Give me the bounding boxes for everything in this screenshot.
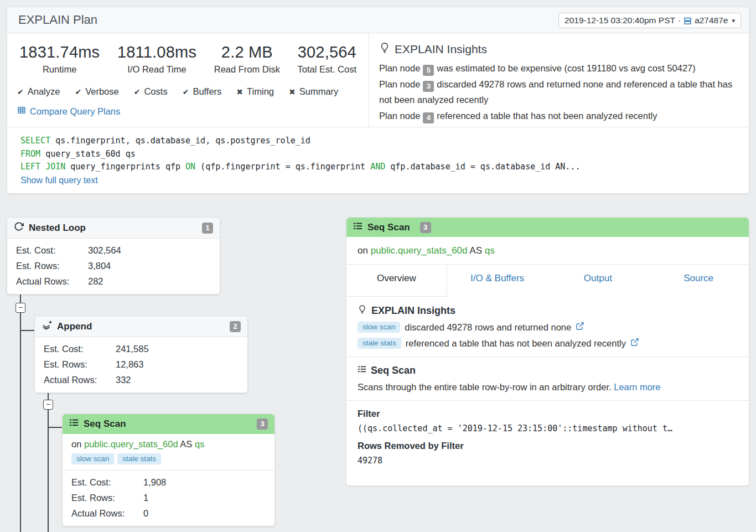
node-title: Append [57,321,92,332]
tree-connector [20,313,21,532]
stat-runtime: 1831.74ms Runtime [19,43,100,75]
sql-line: LEFT JOIN query_fingerprints qfp ON (qfp… [20,161,736,174]
stat-total-est-cost: 302,564 Total Est. Cost [298,43,356,75]
explain-insights-panel: EXPLAIN Insights Plan node5was estimated… [369,33,749,127]
tree-connector [48,410,49,532]
detail-tabs: Overview I/O & Buffers Output Source [346,265,749,297]
node-stat-row: Est. Rows:3,804 [16,258,211,273]
tab-io-buffers[interactable]: I/O & Buffers [447,265,548,292]
panel-insights-section: EXPLAIN Insights slow scan discarded 492… [346,297,749,357]
plan-node-badge[interactable]: 4 [423,112,434,123]
lightbulb-icon [358,304,367,317]
panel-insights-heading: EXPLAIN Insights [358,304,738,317]
detail-panel-header: Seq Scan 3 [346,218,749,237]
tab-output[interactable]: Output [548,265,649,292]
tab-overview[interactable]: Overview [346,265,447,297]
rows-removed-heading: Rows Removed by Filter [358,441,738,451]
node-header[interactable]: Seq Scan 3 [63,414,275,434]
panel-table-row: on public.query_stats_60d AS qs [346,237,749,265]
alias-link[interactable]: qs [195,439,204,449]
node-stat-row: Est. Rows:1 [71,490,266,505]
plan-node-append: Append 2 Est. Cost:241,585 Est. Rows:12,… [34,316,248,393]
node-description: Scans through the entire table row-by-ro… [358,382,738,392]
explain-plan-card: EXPLAIN Plan 2019-12-15 03:20:40pm PST ·… [7,7,749,194]
flag-summary: ✖Summary [289,86,338,97]
sql-line: FROM query_stats_60d qs [20,148,736,161]
node-stat-row: Actual Rows:332 [44,372,239,388]
node-number-badge: 3 [257,419,268,430]
lightbulb-icon [379,42,390,56]
node-stat-row: Actual Rows:0 [71,505,266,521]
flag-buffers: ✔Buffers [183,86,222,97]
insight-chips: slow scan stale stats [71,453,266,464]
learn-more-link[interactable]: Learn more [614,382,660,392]
insights-list: Plan node5was estimated to be expensive … [379,60,739,123]
panel-filter-section: Filter ((qs.collected_at = '2019-12-15 2… [346,401,749,473]
flag-verbose: ✔Verbose [75,86,118,97]
server-id: a27487e [695,16,728,25]
table-link[interactable]: public.query_stats_60d [84,439,178,449]
external-link-icon[interactable] [630,338,639,349]
node-stat-row: Est. Cost:302,564 [16,242,211,258]
sql-line: SELECT qs.fingerprint, qs.database_id, q… [20,135,736,148]
tree-connector [21,330,34,331]
check-icon: ✔ [134,87,141,96]
tab-source[interactable]: Source [648,265,749,292]
node-info-heading: Seq Scan [358,365,738,376]
filter-heading: Filter [358,409,738,419]
node-stat-row: Actual Rows:282 [16,273,211,289]
insights-heading: EXPLAIN Insights [379,42,739,56]
compare-query-plans-link[interactable]: Compare Query Plans [15,106,361,117]
node-stat-row: Est. Rows:12,863 [44,357,239,372]
collapse-toggle[interactable]: − [15,303,25,313]
table-link[interactable]: public.query_stats_60d [371,245,468,256]
insight-chip-slow-scan: slow scan [358,322,400,333]
snapshot-time: 2019-12-15 03:20:40pm PST [565,16,675,25]
insight-item: Plan node [379,79,420,89]
append-icon [42,320,52,333]
check-icon: ✔ [17,87,24,96]
node-number-badge: 3 [420,222,431,233]
insight-item: Plan node [379,63,420,73]
rows-removed-value: 49278 [358,456,738,466]
flag-analyze: ✔Analyze [17,86,60,97]
snapshot-selector[interactable]: 2019-12-15 03:20:40pm PST · a27487e ▾ [558,13,741,28]
separator-dot: · [678,16,681,25]
cross-icon: ✖ [289,87,296,96]
stat-read-from-disk: 2.2 MB Read From Disk [214,43,280,75]
loop-icon [14,221,24,234]
flag-costs: ✔Costs [134,86,168,97]
external-link-icon[interactable] [576,322,584,333]
node-number-badge: 1 [202,223,213,234]
filter-expression: ((qs.collected_at = '2019-12-15 23:15:00… [358,423,738,433]
check-icon: ✔ [75,87,81,96]
node-detail-panel: Seq Scan 3 on public.query_stats_60d AS … [346,217,749,486]
plan-node-badge[interactable]: 5 [423,65,434,76]
node-header[interactable]: Nested Loop 1 [7,218,220,239]
tree-connector [49,427,62,428]
explain-flags-row: ✔Analyze ✔Verbose ✔Costs ✔Buffers ✖Timin… [15,86,361,97]
plan-node-nested-loop: Nested Loop 1 Est. Cost:302,564 Est. Row… [7,217,220,295]
insight-chip-slow-scan: slow scan [71,453,114,464]
insight-chip-stale-stats: stale stats [358,338,401,349]
node-title: Nested Loop [29,223,86,234]
node-header[interactable]: Append 2 [35,316,247,337]
query-text-section: SELECT qs.fingerprint, qs.database_id, q… [7,127,749,193]
show-full-query-link[interactable]: Show full query text [20,175,98,185]
card-header-strip: EXPLAIN Plan 2019-12-15 03:20:40pm PST ·… [7,7,749,33]
stats-row: 1831.74ms Runtime 1811.08ms I/O Read Tim… [15,43,361,75]
alias-link[interactable]: qs [485,245,495,256]
node-title: Seq Scan [84,419,126,430]
flag-timing: ✖Timing [236,86,274,97]
summary-panel: 1831.74ms Runtime 1811.08ms I/O Read Tim… [7,33,369,127]
stat-io-read-time: 1811.08ms I/O Read Time [117,43,196,75]
node-stat-row: Est. Cost:241,585 [44,341,239,357]
node-stat-row: Est. Cost:1,908 [71,474,266,490]
collapse-toggle[interactable]: − [43,400,53,410]
insight-item: Plan node [379,111,420,121]
plan-node-badge[interactable]: 3 [423,81,434,92]
table-icon [17,106,26,117]
server-icon [683,17,692,25]
chevron-down-icon: ▾ [732,17,735,24]
panel-title: Seq Scan [367,222,410,233]
